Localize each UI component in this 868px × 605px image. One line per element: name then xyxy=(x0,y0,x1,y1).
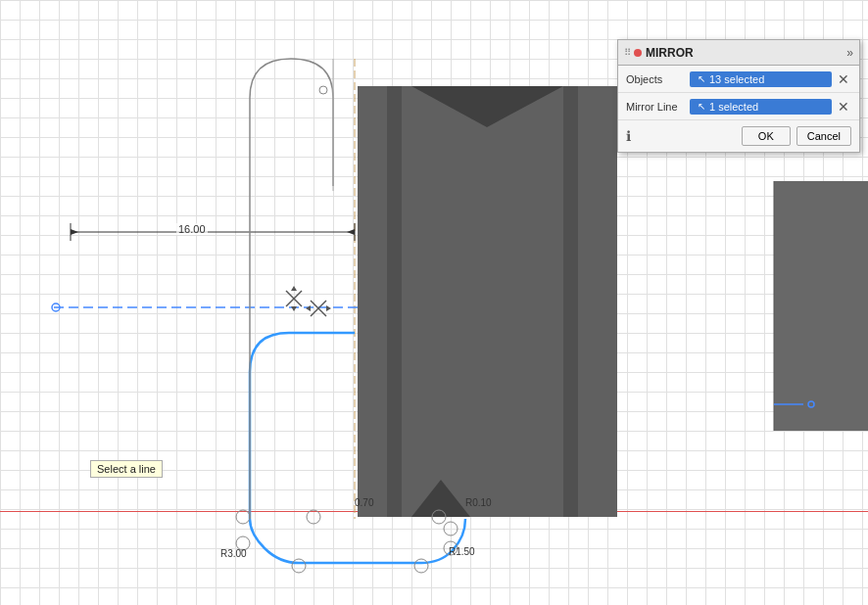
mirror-line-clear-button[interactable]: ✕ xyxy=(836,99,851,115)
cursor-icon: ↖ xyxy=(698,73,705,84)
num-label: 0.70 xyxy=(355,497,373,508)
ok-button[interactable]: OK xyxy=(742,126,791,146)
mirror-line-label: Mirror Line xyxy=(626,101,690,113)
objects-count: 13 selected xyxy=(709,73,764,85)
mirror-line-selected-badge[interactable]: ↖ 1 selected xyxy=(690,99,832,115)
panel-footer: ℹ OK Cancel xyxy=(618,120,859,152)
r0-1-label: R0.10 xyxy=(465,497,492,508)
objects-label: Objects xyxy=(626,73,690,85)
objects-selected-badge[interactable]: ↖ 13 selected xyxy=(690,71,832,87)
drag-handle-icon: ⠿ xyxy=(624,47,630,58)
svg-rect-11 xyxy=(563,86,578,517)
svg-marker-32 xyxy=(306,305,311,311)
r1-5-label: R1.50 xyxy=(449,546,475,557)
svg-point-17 xyxy=(319,86,327,94)
svg-marker-28 xyxy=(291,286,297,291)
info-icon: ℹ xyxy=(626,128,631,144)
cancel-button[interactable]: Cancel xyxy=(796,126,851,146)
panel-header: ⠿ MIRROR » xyxy=(618,40,859,66)
svg-point-21 xyxy=(292,559,306,573)
svg-point-24 xyxy=(414,559,428,573)
svg-rect-12 xyxy=(774,181,868,431)
panel-header-left: ⠿ MIRROR xyxy=(624,46,694,60)
mirror-line-count: 1 selected xyxy=(709,101,758,113)
objects-clear-button[interactable]: ✕ xyxy=(836,71,851,87)
svg-point-23 xyxy=(444,522,458,535)
cursor-icon-2: ↖ xyxy=(698,101,705,112)
svg-marker-6 xyxy=(347,229,355,235)
svg-rect-10 xyxy=(387,86,402,517)
expand-icon[interactable]: » xyxy=(846,46,853,60)
svg-point-18 xyxy=(236,510,250,524)
objects-row: Objects ↖ 13 selected ✕ xyxy=(618,66,859,93)
svg-marker-29 xyxy=(291,306,297,311)
select-line-tooltip: Select a line xyxy=(90,460,163,478)
svg-marker-5 xyxy=(71,229,78,235)
svg-marker-33 xyxy=(326,305,331,311)
r3-label: R3.00 xyxy=(220,548,247,559)
mirror-panel: ⠿ MIRROR » Objects ↖ 13 selected ✕ Mirro… xyxy=(617,39,860,153)
mirror-line-row: Mirror Line ↖ 1 selected ✕ xyxy=(618,93,859,120)
svg-point-19 xyxy=(307,510,320,524)
canvas-area: 16.00 R3.00 R1.50 R0.10 0.70 Select a li… xyxy=(0,0,868,605)
mirror-status-dot xyxy=(634,49,642,57)
dimension-label: 16.00 xyxy=(176,223,208,235)
panel-title: MIRROR xyxy=(646,46,694,60)
